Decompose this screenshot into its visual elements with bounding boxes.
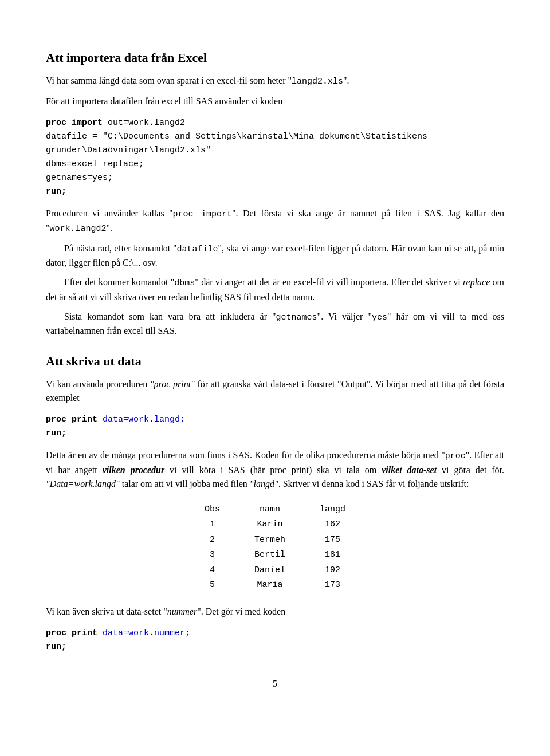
cell-namn-4: Daniel <box>237 563 302 578</box>
replace-italic: replace <box>463 277 490 287</box>
langd-italic: "langd" <box>250 479 278 489</box>
cell-langd-4: 192 <box>302 563 363 578</box>
paragraph-3: Proceduren vi använder kallas "proc impo… <box>46 207 504 236</box>
cell-langd-2: 175 <box>302 533 363 548</box>
paragraph-7: Vi kan använda proceduren "proc print" f… <box>46 377 504 405</box>
table-row: 2 Termeh 175 <box>187 533 363 548</box>
inline-code-work-langd2: work.langd2 <box>50 224 107 234</box>
code-block-nummer: proc print data=work.nummer; run; <box>46 627 504 654</box>
paragraph-5: Efter det kommer komandot "dbms" där vi … <box>46 275 504 304</box>
paragraph-1: Vi har samma längd data som ovan sparat … <box>46 74 504 89</box>
col-obs: Obs <box>187 502 237 518</box>
data-work-langd-italic: "Data=work.langd" <box>46 479 120 489</box>
cell-langd-1: 162 <box>302 517 363 533</box>
vilket-dataset-italic: vilket data-set <box>382 465 437 475</box>
output-table: Obs namn langd 1 Karin 162 2 Termeh 175 … <box>187 502 363 593</box>
inline-code-yes: yes <box>372 313 387 322</box>
table-row: 3 Bertil 181 <box>187 548 363 563</box>
section-heading-skriva: Att skriva ut data <box>46 352 504 371</box>
inline-code-dbms: dbms <box>174 278 195 288</box>
inline-code-getnames: getnames <box>276 313 317 322</box>
inline-code-langd2xls: langd2.xls <box>292 77 343 86</box>
cell-obs-4: 4 <box>187 563 237 578</box>
vilken-procedur-italic: vilken procedur <box>103 465 164 475</box>
cell-obs-5: 5 <box>187 578 237 593</box>
cell-langd-5: 173 <box>302 578 363 593</box>
paragraph-2: För att importera datafilen från excel t… <box>46 94 504 108</box>
section-heading-import: Att importera data från Excel <box>46 48 504 67</box>
inline-code-proc: proc <box>445 451 466 461</box>
table-row: 5 Maria 173 <box>187 578 363 593</box>
table-header-row: Obs namn langd <box>187 502 363 518</box>
proc-print-italic: "proc print" <box>150 379 195 389</box>
paragraph-4: På nästa rad, efter komandot "datafile",… <box>46 242 504 270</box>
col-namn: namn <box>237 502 302 518</box>
col-langd: langd <box>302 502 363 518</box>
cell-obs-1: 1 <box>187 517 237 533</box>
cell-namn-1: Karin <box>237 517 302 533</box>
nummer-italic: nummer <box>167 607 197 616</box>
code-block-print: proc print data=work.langd; run; <box>46 413 504 440</box>
table-row: 4 Daniel 192 <box>187 563 363 578</box>
cell-langd-3: 181 <box>302 548 363 563</box>
paragraph-9: Vi kan även skriva ut data-setet "nummer… <box>46 605 504 619</box>
inline-code-proc-import: proc import <box>173 210 232 219</box>
inline-code-datafile: datafile <box>177 245 218 254</box>
code-block-import: proc import out=work.langd2 datafile = "… <box>46 116 504 199</box>
cell-namn-2: Termeh <box>237 533 302 548</box>
cell-obs-3: 3 <box>187 548 237 563</box>
cell-namn-3: Bertil <box>237 548 302 563</box>
cell-obs-2: 2 <box>187 533 237 548</box>
cell-namn-5: Maria <box>237 578 302 593</box>
paragraph-8: Detta är en av de många procedurerna som… <box>46 448 504 491</box>
table-row: 1 Karin 162 <box>187 517 363 533</box>
paragraph-6: Sista komandot som kan vara bra att inkl… <box>46 310 504 338</box>
page-number: 5 <box>46 677 504 691</box>
